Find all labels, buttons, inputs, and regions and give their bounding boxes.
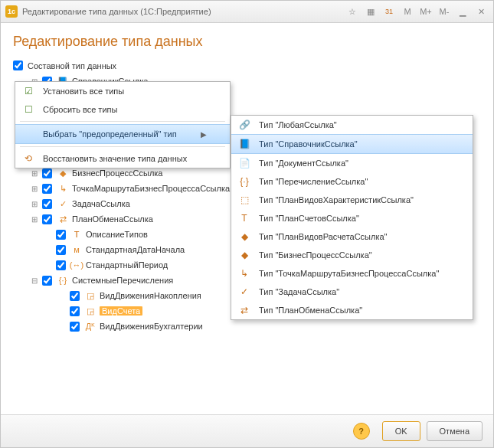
tree-checkbox[interactable] (70, 291, 80, 301)
submenu-item[interactable]: ⬚Тип "ПланВидовХарактеристикСсылка" (231, 191, 473, 209)
dialog-footer: ? OK Отмена (1, 414, 493, 447)
tree-label: СтандартныйПериод (86, 260, 168, 270)
app-icon: 1c (5, 5, 18, 18)
submenu-item-label: Тип "ПланСчетовСсылка" (259, 214, 359, 223)
tree-label: ОписаниеТипов (86, 230, 148, 239)
type-icon: ◆ (237, 248, 251, 262)
expander-icon (57, 322, 67, 331)
minimize-icon[interactable]: ▁ (455, 4, 470, 19)
submenu-item[interactable]: 🔗Тип "ЛюбаяСсылка" (231, 116, 473, 134)
submenu-item-label: Тип "БизнесПроцессСсылка" (259, 250, 372, 260)
close-icon[interactable]: ✕ (473, 4, 489, 19)
tree-checkbox[interactable] (70, 322, 80, 332)
submenu-item[interactable]: ↳Тип "ТочкаМаршрутаБизнесПроцессаСсылка" (231, 264, 473, 283)
submenu-item[interactable]: 📄Тип "ДокументСсылка" (231, 154, 473, 172)
submenu-item-label: Тип "СправочникСсылка" (259, 139, 358, 149)
ctx-reset-all[interactable]: ☐ Сбросить все типы (15, 100, 230, 119)
submenu-item[interactable]: 📘Тип "СправочникСсылка" (231, 134, 473, 154)
type-icon: м (70, 244, 83, 256)
expander-icon (57, 306, 67, 316)
title-bar: 1c Редактирование типа данных (1С:Предпр… (1, 1, 493, 23)
window-title: Редактирование типа данных (1С:Предприят… (22, 7, 342, 16)
submenu-item-label: Тип "ЗадачаСсылка" (259, 287, 339, 296)
tree-label: ТочкаМаршрутаБизнесПроцессаСсылка (72, 184, 230, 193)
context-submenu: 🔗Тип "ЛюбаяСсылка"📘Тип "СправочникСсылка… (231, 115, 473, 320)
m-icon[interactable]: M (400, 4, 415, 19)
type-icon: 📘 (237, 137, 251, 151)
expander-icon[interactable]: ⊞ (30, 184, 39, 193)
ctx-set-all[interactable]: ☑ Установить все типы (15, 82, 230, 100)
m-plus-icon[interactable]: M+ (418, 4, 433, 19)
submenu-item[interactable]: ТТип "ПланСчетовСсылка" (231, 209, 473, 227)
restore-icon: ⟲ (21, 152, 35, 165)
calc-icon[interactable]: ▦ (363, 4, 378, 19)
cancel-button[interactable]: Отмена (427, 421, 483, 441)
tree-checkbox[interactable] (56, 260, 66, 270)
ctx-restore-label: Восстановить значение типа данных (43, 154, 187, 163)
m-minus-icon[interactable]: M- (437, 4, 452, 19)
submenu-arrow-icon: ▶ (201, 130, 207, 139)
submenu-item[interactable]: ✓Тип "ЗадачаСсылка" (231, 283, 473, 301)
tree-checkbox[interactable] (42, 199, 52, 209)
submenu-item[interactable]: {·}Тип "ПеречислениеСсылка" (231, 172, 473, 191)
type-icon: {·} (237, 175, 251, 188)
expander-icon (44, 245, 53, 254)
ok-button[interactable]: OK (382, 421, 420, 441)
expander-icon[interactable]: ⊞ (30, 199, 39, 208)
blank-icon (21, 127, 35, 141)
type-icon: ↳ (237, 267, 251, 280)
context-menu: ☑ Установить все типы ☐ Сбросить все тип… (15, 81, 231, 168)
type-icon: ⬚ (237, 193, 251, 207)
ctx-predefined-label: Выбрать "предопределенный" тип (43, 129, 177, 139)
expander-icon[interactable]: ⊟ (30, 276, 39, 285)
type-icon: ✓ (237, 285, 251, 299)
tree-checkbox[interactable] (42, 168, 52, 178)
tree-row[interactable]: ДᴷВидДвиженияБухгалтерии (13, 319, 481, 334)
tree-label: СистемныеПеречисления (72, 276, 173, 285)
submenu-item-label: Тип "ПланОбменаСсылка" (259, 306, 362, 315)
tree-checkbox[interactable] (56, 230, 66, 240)
tree-label: ПланОбменаСсылка (72, 214, 153, 224)
type-icon: 🔗 (237, 118, 251, 132)
tree-label: ВидДвиженияБухгалтерии (100, 322, 203, 331)
ctx-reset-all-label: Сбросить все типы (43, 105, 117, 114)
type-icon: ↳ (57, 182, 69, 195)
ctx-restore[interactable]: ⟲ Восстановить значение типа данных (15, 149, 230, 168)
tree-checkbox[interactable] (70, 306, 80, 316)
expander-icon[interactable]: ⊞ (30, 214, 39, 224)
tree-label: ВидДвиженияНакопления (100, 291, 201, 300)
type-icon: ◲ (84, 289, 97, 302)
submenu-item[interactable]: ◆Тип "ПланВидовРасчетаСсылка" (231, 227, 473, 246)
tree-label: ЗадачаСсылка (72, 199, 130, 208)
expander-icon (57, 291, 67, 300)
calendar-icon[interactable]: 31 (381, 4, 397, 19)
composite-type-row: Составной тип данных (13, 60, 481, 70)
ctx-predefined[interactable]: Выбрать "предопределенный" тип ▶ (15, 124, 230, 144)
tree-checkbox[interactable] (42, 276, 52, 286)
submenu-item[interactable]: ◆Тип "БизнесПроцессСсылка" (231, 246, 473, 264)
composite-type-label: Составной тип данных (28, 61, 116, 70)
submenu-item-label: Тип "ПланВидовРасчетаСсылка" (259, 232, 388, 241)
type-icon: {·} (57, 274, 69, 286)
tree-label: ВидСчета (100, 306, 142, 316)
check-all-icon: ☑ (21, 84, 35, 98)
type-icon: ✓ (57, 198, 69, 210)
tree-checkbox[interactable] (42, 214, 52, 224)
help-button[interactable]: ? (353, 423, 370, 440)
type-icon: ◆ (57, 167, 69, 179)
tree-checkbox[interactable] (56, 245, 66, 255)
content-area: Редактирование типа данных Составной тип… (1, 23, 493, 416)
submenu-item-label: Тип "ТочкаМаршрутаБизнесПроцессаСсылка" (259, 269, 439, 278)
submenu-item-label: Тип "ПеречислениеСсылка" (259, 177, 368, 186)
ctx-separator (20, 121, 225, 122)
favorite-icon[interactable]: ☆ (345, 4, 360, 19)
type-icon: ◆ (237, 230, 251, 244)
tree-checkbox[interactable] (42, 184, 52, 194)
type-icon: Т (237, 211, 251, 225)
type-icon: ⇄ (57, 213, 69, 225)
ctx-set-all-label: Установить все типы (43, 87, 124, 96)
submenu-item[interactable]: ⇄Тип "ПланОбменаСсылка" (231, 301, 473, 319)
composite-type-checkbox[interactable] (13, 60, 23, 70)
expander-icon (44, 260, 53, 270)
expander-icon[interactable]: ⊞ (30, 168, 39, 178)
